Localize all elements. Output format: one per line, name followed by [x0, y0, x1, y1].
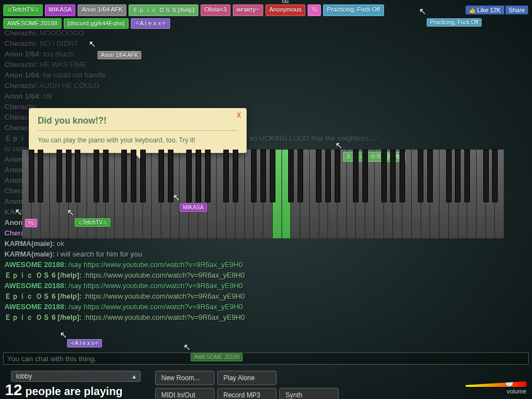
black-key[interactable]: [29, 150, 34, 202]
cursor-tag: ✧A l e x x✧: [67, 339, 102, 347]
cursor-tag: ⅟₂: [25, 219, 37, 227]
ui-button[interactable]: MIDI In/Out: [155, 388, 214, 399]
notification-title: Did you know!?!: [38, 116, 238, 131]
black-key[interactable]: [390, 150, 396, 202]
chat-line: Anon 1/64: too much: [4, 49, 528, 59]
tip-notification: X Did you know!?! You can play the piano…: [29, 108, 247, 153]
black-key[interactable]: [270, 150, 275, 202]
chat-input[interactable]: [3, 352, 529, 365]
black-key[interactable]: [427, 150, 433, 202]
fb-share-button[interactable]: Share: [505, 6, 528, 14]
cursor-tag: Practicing, Fuck Off: [427, 18, 482, 27]
volume-label: volume: [466, 388, 526, 395]
chat-line: Ｅｐｉｃ ＯＳ 6 [/help]: :https://www.youtube.…: [4, 312, 528, 323]
chat-line: Ｅｐｉｃ ＯＳ 6 [/help]: :https://www.youtube.…: [4, 270, 528, 280]
facebook-widget: 👍Like 12K Share: [466, 6, 528, 14]
black-key[interactable]: [38, 150, 43, 202]
user-tag[interactable]: Practicing, Fuck Off: [323, 4, 384, 16]
chat-line: KARMA(male): i will search for him for y…: [4, 249, 528, 259]
black-key[interactable]: [455, 150, 461, 202]
notification-body: You can play the piano with your keyboar…: [38, 136, 238, 144]
room-select[interactable]: lobby▴: [11, 371, 141, 382]
cursor-tag: MIKASA: [180, 203, 207, 212]
chat-line: AWESOME 20188: /say https://www.youtube.…: [4, 280, 528, 291]
black-key[interactable]: [57, 150, 62, 202]
ui-button[interactable]: New Room...: [155, 371, 214, 385]
black-key[interactable]: [483, 150, 489, 202]
black-key[interactable]: [103, 150, 109, 202]
button-row: New Room...Play AloneMIDI In/OutRecord M…: [155, 371, 339, 399]
chat-line: AWESOME 20188: /say https://www.youtube.…: [4, 301, 528, 312]
black-key[interactable]: [233, 150, 238, 202]
black-key[interactable]: [186, 150, 192, 202]
user-tag[interactable]: MIKASA: [45, 4, 76, 16]
black-key[interactable]: [381, 150, 387, 202]
chevron-up-icon: ▴: [132, 372, 136, 380]
black-key[interactable]: [418, 150, 423, 202]
user-tag[interactable]: Olivia<3: [201, 4, 231, 16]
black-key[interactable]: [158, 150, 164, 202]
ui-button[interactable]: Record MP3: [217, 388, 277, 399]
black-key[interactable]: [140, 150, 146, 202]
chat-line: KARMA(male): ok: [4, 238, 528, 249]
bottom-bar: lobby▴ 12 people are playing New Room...…: [0, 367, 532, 399]
black-key[interactable]: [288, 150, 294, 202]
thumb-icon: 👍: [469, 7, 475, 13]
cursor-tag: ♫TetchTV♫: [75, 218, 110, 227]
black-key[interactable]: [66, 150, 71, 202]
chat-line: Cherachi: AUGH HE COULD: [4, 80, 528, 91]
black-key[interactable]: [251, 150, 257, 202]
ui-button[interactable]: Synth: [279, 388, 339, 399]
cursor-icon: ↖: [60, 330, 66, 340]
volume-bar[interactable]: [466, 381, 526, 387]
chat-line: AWESOME 20188: /say https://www.youtube.…: [4, 259, 528, 270]
user-tag[interactable]: иғιиιтy~: [233, 4, 263, 16]
chat-line: Cherachi: NO I DIDNT: [4, 38, 528, 49]
black-key[interactable]: [492, 150, 498, 202]
user-tag[interactable]: Anon 1/64 AFK: [78, 4, 126, 16]
user-tag[interactable]: AnonymousMe: [265, 4, 305, 16]
black-key[interactable]: [223, 150, 229, 202]
user-tag[interactable]: Ｅｐｉｃ ＯＳ 6 [/help]: [129, 4, 198, 16]
chat-line: Anon 1/64: idk: [4, 91, 528, 101]
user-name-tags: ♫TetchTV♫MIKASAAnon 1/64 AFKＥｐｉｃ ＯＳ 6 [/…: [3, 4, 424, 29]
black-key[interactable]: [205, 150, 211, 202]
volume-control[interactable]: volume: [466, 381, 526, 395]
black-key[interactable]: [446, 150, 452, 202]
black-key[interactable]: [316, 150, 321, 202]
black-key[interactable]: [121, 150, 127, 202]
black-key[interactable]: [196, 150, 201, 202]
user-tag[interactable]: ♫TetchTV♫: [3, 4, 43, 16]
black-key[interactable]: [464, 150, 470, 202]
volume-knob[interactable]: [505, 379, 513, 387]
chat-line: Ｅｐｉｃ ＯＳ 6 [/help]: :https://www.youtube.…: [4, 291, 528, 301]
black-key[interactable]: [131, 150, 136, 202]
black-key[interactable]: [298, 150, 303, 202]
black-key[interactable]: [325, 150, 331, 202]
black-key[interactable]: [75, 150, 80, 202]
black-key[interactable]: [335, 150, 340, 202]
black-key[interactable]: [353, 150, 359, 202]
black-key[interactable]: [94, 150, 99, 202]
cursor-icon: ↖: [183, 342, 190, 352]
ui-button[interactable]: Play Alone: [217, 371, 277, 385]
user-tag[interactable]: ⅟₂: [308, 4, 321, 16]
cursor-tag: Ｅｐｉｃ ＯＳ 6 [/help]: [343, 152, 406, 162]
chat-line: Cherachi: NOOOOOOO: [4, 28, 528, 38]
close-icon[interactable]: X: [237, 111, 241, 119]
people-count: 12 people are playing: [5, 381, 122, 399]
black-key[interactable]: [362, 150, 368, 202]
black-key[interactable]: [400, 150, 405, 202]
chat-line: Anon 1/64: he could not handle: [4, 70, 528, 80]
cursor-tag: Anon 1/64 AFK: [98, 51, 141, 59]
chat-line: Cherachi: HE WAS FINE: [4, 59, 528, 70]
fb-like-button[interactable]: 👍Like 12K: [466, 6, 504, 14]
black-key[interactable]: [260, 150, 266, 202]
black-key[interactable]: [168, 150, 173, 202]
